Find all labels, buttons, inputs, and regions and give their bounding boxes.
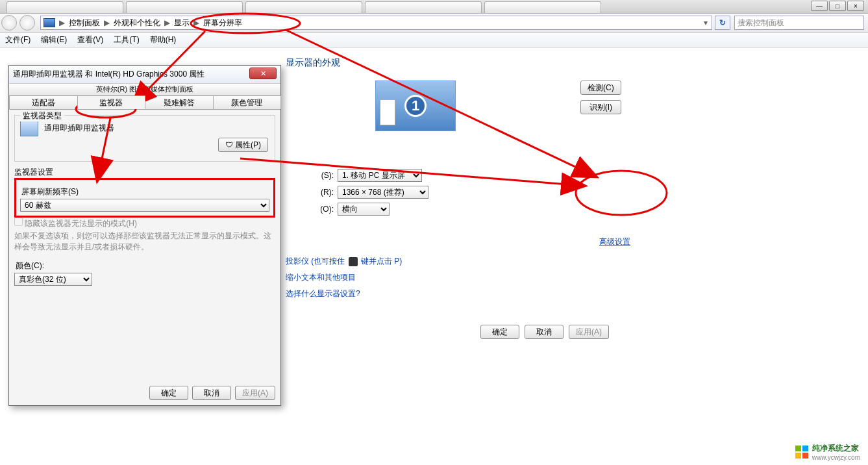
menu-edit[interactable]: 编辑(E) [41, 34, 67, 45]
tab-adapter[interactable]: 适配器 [9, 95, 78, 109]
dialog-ok-button[interactable]: 确定 [149, 386, 188, 400]
monitor-type-legend: 监视器类型 [20, 110, 64, 121]
monitor-properties-button[interactable]: 🛡 属性(P) [218, 138, 268, 152]
tab-monitor[interactable]: 监视器 [77, 95, 146, 109]
display-label: (S): [286, 171, 338, 180]
breadcrumb-seg[interactable]: 显示 [171, 18, 192, 29]
hide-modes-checkbox[interactable]: 隐藏该监视器无法显示的模式(H) [14, 219, 137, 228]
preview-display-number: 1 [404, 95, 427, 117]
refresh-rate-highlight: 屏幕刷新频率(S) 60 赫兹 [14, 178, 275, 218]
menu-tools[interactable]: 工具(T) [114, 34, 139, 45]
link-list: 投影仪 (也可按住 键并点击 P) 缩小文本和其他项目 选择什么显示器设置? [286, 256, 402, 299]
min-button[interactable]: — [811, 1, 828, 11]
close-button[interactable]: × [847, 1, 864, 11]
search-placeholder: 搜索控制面板 [738, 18, 784, 29]
intel-graphics-link[interactable]: 英特尔(R) 图形和媒体控制面板 [9, 84, 280, 95]
textsize-link[interactable]: 缩小文本和其他项目 [286, 272, 402, 283]
max-button[interactable]: □ [829, 1, 846, 11]
control-panel-icon [43, 18, 55, 27]
browser-tab[interactable] [245, 1, 362, 13]
resolution-select[interactable]: 1366 × 768 (推荐) [338, 186, 428, 199]
win-key-icon [349, 257, 358, 266]
dialog-close-button[interactable]: ✕ [249, 68, 277, 79]
browser-tab[interactable] [126, 1, 243, 13]
preview-desktop-icon [380, 99, 395, 125]
nav-back-icon[interactable] [1, 15, 17, 31]
browser-tab[interactable] [6, 1, 123, 13]
menu-help[interactable]: 帮助(H) [150, 34, 177, 45]
watermark-brand: 纯净系统之家 [812, 444, 859, 453]
refresh-rate-select[interactable]: 60 赫兹 [20, 199, 269, 212]
menu-file[interactable]: 文件(F) [5, 34, 31, 45]
browser-tabstrip [0, 0, 868, 13]
page-title: 显示器的外观 [286, 57, 340, 69]
chevron-right-icon: ▶ [192, 18, 201, 27]
detect-button[interactable]: 检测(C) [580, 81, 621, 95]
chevron-right-icon: ▶ [58, 18, 66, 27]
dialog-tabs: 适配器 监视器 疑难解答 颜色管理 [9, 95, 280, 110]
browser-tab[interactable] [365, 1, 482, 13]
orientation-label: (O): [286, 205, 338, 214]
menu-bar: 文件(F) 编辑(E) 查看(V) 工具(T) 帮助(H) [0, 32, 868, 48]
tab-troubleshoot[interactable]: 疑难解答 [145, 95, 214, 109]
monitor-name: 通用即插即用监视器 [44, 123, 114, 132]
svg-rect-7 [795, 446, 801, 451]
tab-colormgmt[interactable]: 颜色管理 [213, 95, 282, 109]
dialog-apply-button[interactable]: 应用(A) [235, 386, 275, 400]
window-controls: — □ × [811, 1, 864, 11]
dialog-title: 通用即插即用监视器 和 Intel(R) HD Graphics 3000 属性 [9, 66, 280, 84]
refresh-icon[interactable]: ↻ [715, 16, 730, 30]
search-input[interactable]: 搜索控制面板 [734, 16, 864, 30]
color-depth-select[interactable]: 真彩色(32 位) [14, 273, 92, 286]
refresh-rate-label: 屏幕刷新频率(S) [21, 186, 268, 197]
svg-rect-8 [802, 446, 808, 451]
orientation-select[interactable]: 横向 [338, 203, 390, 216]
display-select[interactable]: 1. 移动 PC 显示屏 [338, 169, 422, 182]
svg-point-2 [576, 171, 667, 215]
breadcrumb-seg[interactable]: 屏幕分辨率 [201, 18, 245, 29]
hide-modes-note: 如果不复选该项，则您可以选择那些该监视器无法正常显示的显示模式。这样会导致无法显… [14, 231, 275, 253]
advanced-settings-link[interactable]: 高级设置 [599, 236, 630, 247]
display-preview[interactable]: 1 [375, 81, 456, 131]
watermark: 纯净系统之家 www.ycwjzy.com [795, 443, 860, 461]
breadcrumb-seg[interactable]: 控制面板 [66, 18, 103, 29]
breadcrumb-bar[interactable]: ▶ 控制面板 ▶ 外观和个性化 ▶ 显示 ▶ 屏幕分辨率 ▾ [40, 16, 712, 30]
projector-link[interactable]: 投影仪 (也可按住 键并点击 P) [286, 256, 402, 267]
monitor-settings-legend: 监视器设置 [14, 167, 275, 178]
monitor-icon [20, 121, 38, 136]
watermark-logo-icon [795, 446, 808, 459]
whichdisplay-link[interactable]: 选择什么显示器设置? [286, 288, 402, 299]
ok-button[interactable]: 确定 [480, 325, 519, 339]
svg-rect-9 [795, 453, 801, 459]
resolution-label: (R): [286, 188, 338, 197]
breadcrumb-seg[interactable]: 外观和个性化 [111, 18, 163, 29]
cancel-button[interactable]: 取消 [525, 325, 564, 339]
chevron-right-icon: ▶ [163, 18, 171, 27]
watermark-url: www.ycwjzy.com [812, 454, 860, 461]
dropdown-icon[interactable]: ▾ [702, 18, 709, 27]
browser-tab[interactable] [484, 1, 601, 13]
identify-button[interactable]: 识别(I) [580, 100, 621, 114]
nav-forward-icon[interactable] [19, 15, 35, 31]
apply-button[interactable]: 应用(A) [569, 325, 609, 339]
dialog-cancel-button[interactable]: 取消 [192, 386, 231, 400]
chevron-right-icon: ▶ [103, 18, 111, 27]
svg-rect-10 [802, 453, 808, 459]
monitor-properties-dialog: 通用即插即用监视器 和 Intel(R) HD Graphics 3000 属性… [8, 65, 281, 406]
menu-view[interactable]: 查看(V) [77, 34, 103, 45]
color-depth-label: 颜色(C): [16, 260, 274, 271]
address-row: ▶ 控制面板 ▶ 外观和个性化 ▶ 显示 ▶ 屏幕分辨率 ▾ ↻ 搜索控制面板 [0, 13, 868, 32]
